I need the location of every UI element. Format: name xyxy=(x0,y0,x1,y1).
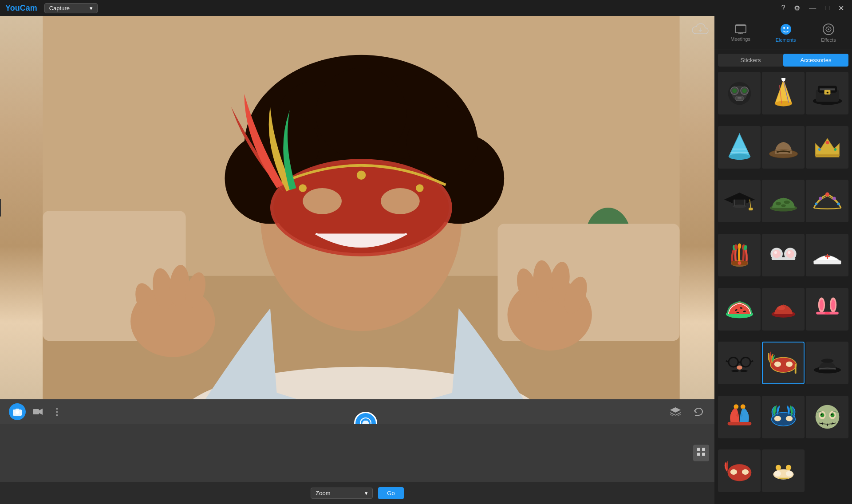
svg-point-157 xyxy=(830,413,834,417)
meetings-icon xyxy=(734,24,747,35)
svg-rect-54 xyxy=(735,96,743,100)
acc-partial-1[interactable] xyxy=(718,449,761,492)
svg-rect-38 xyxy=(697,448,700,451)
undo-button[interactable] xyxy=(690,405,706,419)
svg-point-93 xyxy=(784,201,790,204)
accessories-tab[interactable]: Accessories xyxy=(783,54,848,67)
sidebar-toggle[interactable]: ‹ xyxy=(0,199,1,217)
acc-party-hat[interactable] xyxy=(762,72,805,114)
svg-point-143 xyxy=(821,358,833,362)
svg-point-95 xyxy=(825,192,829,196)
svg-point-45 xyxy=(783,27,785,29)
acc-gas-mask[interactable] xyxy=(718,72,761,114)
acc-groucho-glasses[interactable] xyxy=(718,342,761,384)
webcam-feed xyxy=(0,16,714,399)
capture-dropdown[interactable]: Capture ▾ xyxy=(44,3,98,13)
controls-bar: ⋮ xyxy=(0,399,714,424)
svg-point-103 xyxy=(738,244,741,249)
acc-blue-mask[interactable] xyxy=(762,396,805,438)
acc-nurse-hat[interactable] xyxy=(806,234,848,276)
acc-police-hat[interactable]: ★ xyxy=(806,72,848,114)
svg-point-164 xyxy=(730,469,737,475)
svg-point-96 xyxy=(819,197,822,200)
acc-mouse-ears[interactable] xyxy=(762,234,805,276)
capture-label: Capture xyxy=(49,5,70,12)
nav-effects-label: Effects xyxy=(821,37,836,43)
nav-effects[interactable]: Effects xyxy=(815,20,842,45)
grid-view-button[interactable] xyxy=(693,445,709,461)
svg-point-167 xyxy=(774,471,781,476)
acc-tiara[interactable] xyxy=(806,180,848,222)
title-bar-right: ? ⚙ — □ ✕ xyxy=(778,3,847,13)
go-button[interactable]: Go xyxy=(378,487,403,499)
svg-marker-57 xyxy=(775,79,792,103)
svg-point-111 xyxy=(772,250,780,258)
svg-rect-55 xyxy=(738,97,742,98)
acc-jester-hat[interactable] xyxy=(718,396,761,438)
acc-red-hat[interactable] xyxy=(762,288,805,331)
more-options-button[interactable]: ⋮ xyxy=(50,404,64,420)
svg-point-127 xyxy=(819,299,823,311)
zoom-arrow-icon: ▾ xyxy=(365,490,368,496)
controls-right xyxy=(667,405,706,419)
zoom-label: Zoom xyxy=(316,490,330,496)
svg-point-145 xyxy=(734,404,738,409)
svg-point-98 xyxy=(815,202,817,205)
svg-point-124 xyxy=(777,306,785,310)
person-illustration xyxy=(8,16,714,399)
svg-point-113 xyxy=(774,251,777,254)
stickers-tab[interactable]: Stickers xyxy=(718,54,783,67)
right-panel: Meetings Elements Effects xyxy=(714,16,852,504)
acc-indian-headdress[interactable] xyxy=(718,234,761,276)
acc-gold-crown[interactable] xyxy=(806,126,848,169)
video-container: ‹ xyxy=(0,16,714,399)
svg-point-59 xyxy=(775,101,792,106)
svg-point-23 xyxy=(416,184,424,192)
svg-point-53 xyxy=(742,88,746,93)
cloud-icon[interactable] xyxy=(691,21,709,38)
svg-point-80 xyxy=(825,141,829,145)
acc-cowboy-hat[interactable] xyxy=(762,126,805,169)
acc-bunny-ears[interactable] xyxy=(806,288,848,331)
close-button[interactable]: ✕ xyxy=(836,3,847,13)
video-button[interactable] xyxy=(30,406,45,418)
help-button[interactable]: ? xyxy=(778,3,788,13)
svg-point-52 xyxy=(732,88,737,93)
acc-army-hat[interactable] xyxy=(762,180,805,222)
acc-blue-hat[interactable] xyxy=(718,126,761,169)
svg-point-132 xyxy=(741,357,750,366)
svg-point-136 xyxy=(737,365,742,369)
svg-point-107 xyxy=(738,261,741,265)
svg-point-151 xyxy=(785,416,792,421)
nav-elements[interactable]: Elements xyxy=(769,20,802,45)
bottom-bar: Zoom ▾ Go xyxy=(0,482,714,504)
svg-rect-39 xyxy=(702,448,705,451)
settings-button[interactable]: ⚙ xyxy=(791,3,803,13)
svg-point-130 xyxy=(826,312,828,315)
zoom-dropdown[interactable]: Zoom ▾ xyxy=(311,488,373,499)
acc-graduation-cap[interactable] xyxy=(718,180,761,222)
svg-rect-115 xyxy=(813,261,840,264)
acc-zombie-face[interactable] xyxy=(806,396,848,438)
svg-rect-88 xyxy=(749,208,753,210)
acc-feather-mask[interactable] xyxy=(762,342,805,384)
photo-button[interactable] xyxy=(9,403,26,420)
acc-bowler-hat[interactable] xyxy=(806,342,848,384)
filmstrip-area xyxy=(0,424,714,482)
nav-meetings[interactable]: Meetings xyxy=(724,21,757,44)
accessories-grid: ★ xyxy=(714,70,852,504)
acc-partial-2[interactable] xyxy=(762,449,805,492)
svg-point-21 xyxy=(299,184,307,192)
acc-watermelon-hat[interactable] xyxy=(718,288,761,331)
maximize-button[interactable]: □ xyxy=(822,3,832,13)
layers-button[interactable] xyxy=(667,405,683,419)
svg-point-112 xyxy=(786,250,794,258)
svg-point-138 xyxy=(774,361,781,366)
minimize-button[interactable]: — xyxy=(806,3,819,13)
panel-nav: Meetings Elements Effects xyxy=(714,16,852,50)
svg-point-97 xyxy=(832,197,836,200)
nav-meetings-label: Meetings xyxy=(730,36,750,42)
svg-rect-41 xyxy=(702,453,705,456)
svg-point-19 xyxy=(303,188,342,214)
svg-point-94 xyxy=(781,204,786,207)
